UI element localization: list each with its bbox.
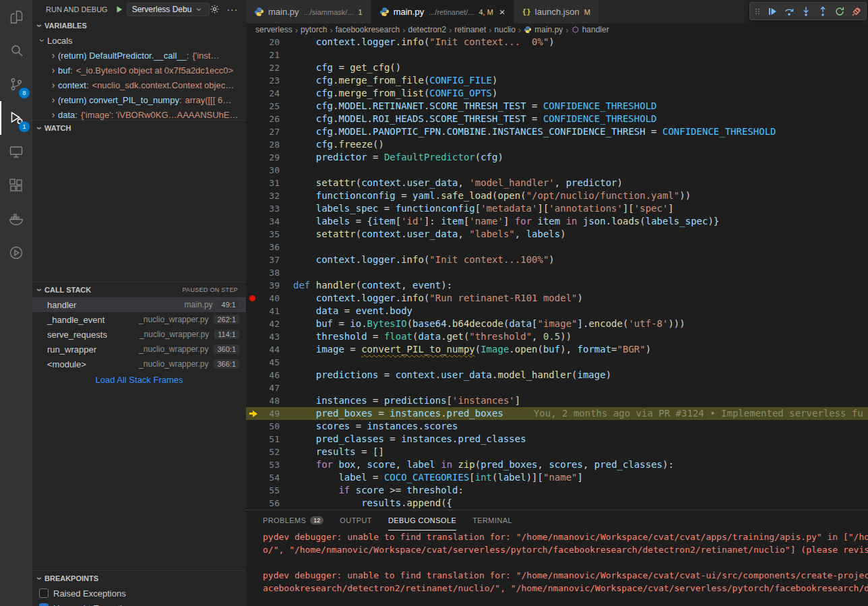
code-line-21[interactable]: 21 [246,49,868,61]
more-actions-icon[interactable]: ··· [226,4,238,15]
restart-button[interactable] [834,5,846,18]
line-number[interactable]: 25 [262,100,280,113]
gutter[interactable] [246,151,262,164]
launch-config-select[interactable]: Serverless Debu › [127,3,210,16]
panel-tab-debug-console[interactable]: DEBUG CONSOLE [388,510,456,531]
continue-button[interactable] [766,5,778,18]
line-number[interactable]: 42 [262,317,280,330]
gutter[interactable] [246,202,262,215]
line-number[interactable]: 26 [262,113,280,125]
code-line-53[interactable]: 53 for box, score, label in zip(pred_box… [246,458,868,471]
line-number[interactable]: 28 [262,138,280,151]
line-number[interactable]: 40 [262,292,280,305]
gutter[interactable] [246,164,262,177]
gutter[interactable] [246,266,262,279]
breakpoints-section-header[interactable]: › BREAKPOINTS [32,571,246,586]
load-all-stack-frames-link[interactable]: Load All Stack Frames [32,375,246,385]
line-number[interactable]: 32 [262,189,280,202]
code-line-46[interactable]: 46 predictions = context.user_data.model… [246,369,868,382]
start-debugging-button[interactable] [115,5,124,14]
step-into-button[interactable] [800,5,812,18]
code-line-27[interactable]: 27 cfg.MODEL.PANOPTIC_FPN.COMBINE.INSTAN… [246,125,868,138]
disconnect-button[interactable] [850,5,863,18]
gutter[interactable] [246,497,262,510]
gutter[interactable] [246,433,262,446]
gutter[interactable] [246,61,262,74]
step-out-button[interactable] [817,5,829,18]
stack-frame[interactable]: run_wrapper_nuclio_wrapper.py360:1 [32,342,246,357]
line-number[interactable]: 47 [262,382,280,394]
breadcrumb-item[interactable]: retinanet [455,25,487,34]
code-line-51[interactable]: 51 pred_classes = instances.pred_classes [246,433,868,446]
code-line-22[interactable]: 22 cfg = get_cfg() [246,61,868,74]
watch-section-header[interactable]: › WATCH [32,121,246,135]
gear-icon[interactable] [210,4,220,14]
line-number[interactable]: 41 [262,305,280,317]
breadcrumb-item[interactable]: pytorch [301,25,327,34]
gutter[interactable] [246,177,262,189]
line-number[interactable]: 36 [262,241,280,253]
variable-row[interactable]: ›(return) convert_PIL_to_numpy:array([[[… [32,92,246,107]
line-number[interactable]: 35 [262,228,280,241]
line-number[interactable]: 44 [262,343,280,356]
checkbox[interactable]: ✓ [39,603,49,606]
gutter[interactable] [246,228,262,241]
code-line-24[interactable]: 24 cfg.merge_from_list(CONFIG_OPTS) [246,87,868,100]
gutter[interactable] [246,382,262,394]
code-line-31[interactable]: 31 setattr(context.user_data, 'model_han… [246,177,868,189]
stack-frame[interactable]: _handle_event_nuclio_wrapper.py262:1 [32,312,246,327]
line-number[interactable]: 46 [262,369,280,382]
gutter[interactable] [246,138,262,151]
gutter[interactable] [246,125,262,138]
code-line-33[interactable]: 33 labels_spec = functionconfig['metadat… [246,202,868,215]
line-number[interactable]: 23 [262,74,280,87]
line-number[interactable]: 34 [262,215,280,228]
line-number[interactable]: 52 [262,446,280,458]
activity-source-control-button[interactable]: 8 [0,67,32,101]
editor-tab-1[interactable]: main.py.../siammask/...1 [246,0,371,24]
code-line-32[interactable]: 32 functionconfig = yaml.safe_load(open(… [246,189,868,202]
gutter[interactable] [246,420,262,433]
breadcrumb-item[interactable]: detectron2 [408,25,446,34]
activity-docker-button[interactable] [0,202,32,236]
step-over-button[interactable] [783,5,795,18]
code-line-26[interactable]: 26 cfg.MODEL.ROI_HEADS.SCORE_THRESH_TEST… [246,113,868,125]
code-line-34[interactable]: 34 labels = {item['id']: item['name'] fo… [246,215,868,228]
code-line-52[interactable]: 52 results = [] [246,446,868,458]
code-line-29[interactable]: 29 predictor = DefaultPredictor(cfg) [246,151,868,164]
line-number[interactable]: 37 [262,253,280,266]
line-number[interactable]: 31 [262,177,280,189]
gutter[interactable] [246,215,262,228]
code-line-42[interactable]: 42 buf = io.BytesIO(base64.b64decode(dat… [246,317,868,330]
gutter[interactable] [246,394,262,407]
panel-tab-problems[interactable]: PROBLEMS12 [263,510,323,531]
line-number[interactable]: 43 [262,330,280,343]
gutter[interactable] [246,241,262,253]
line-number[interactable]: 48 [262,394,280,407]
code-line-25[interactable]: 25 cfg.MODEL.RETINANET.SCORE_THRESH_TEST… [246,100,868,113]
gutter[interactable] [246,36,262,49]
breadcrumb-item[interactable]: facebookresearch [336,25,400,34]
code-line-45[interactable]: 45 [246,356,868,369]
close-icon[interactable]: × [499,7,505,17]
line-number[interactable]: 56 [262,497,280,510]
line-number[interactable]: 24 [262,87,280,100]
line-number[interactable]: 21 [262,49,280,61]
activity-explorer-button[interactable] [0,0,32,34]
gutter[interactable] [246,279,262,292]
gutter[interactable] [246,369,262,382]
stack-frame[interactable]: <module>_nuclio_wrapper.py366:1 [32,357,246,371]
gutter[interactable] [246,356,262,369]
breakpoint-option[interactable]: ✓Uncaught Exceptions [32,601,246,606]
activity-remote-explorer-button[interactable] [0,135,32,169]
gutter[interactable] [246,189,262,202]
variables-section-header[interactable]: › VARIABLES [32,18,246,33]
code-line-39[interactable]: 39def handler(context, event): [246,279,868,292]
code-line-28[interactable]: 28 cfg.freeze() [246,138,868,151]
code-line-47[interactable]: 47 [246,382,868,394]
variable-row[interactable]: ›(return) DefaultPredictor.__call__:{'in… [32,48,246,63]
gutter[interactable] [246,74,262,87]
variable-row[interactable]: ›context:<nuclio_sdk.context.Context obj… [32,78,246,92]
activity-run-and-debug-button[interactable]: 1 [0,101,32,135]
call-stack-section-header[interactable]: › CALL STACK PAUSED ON STEP [32,282,246,297]
